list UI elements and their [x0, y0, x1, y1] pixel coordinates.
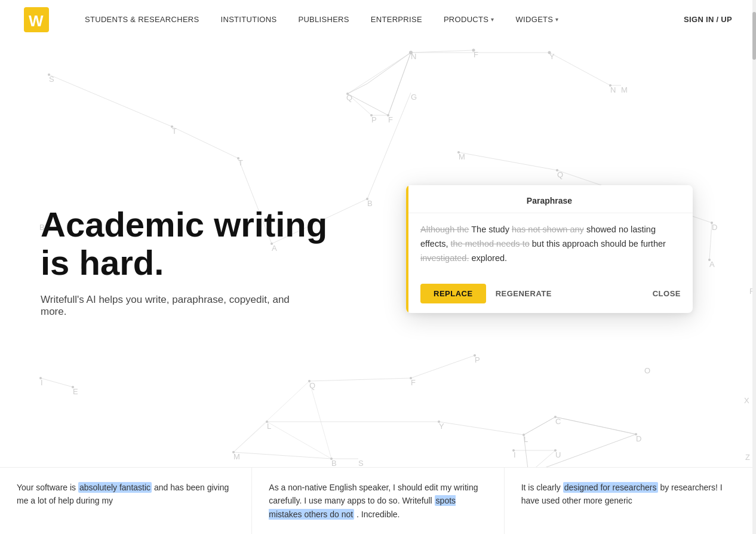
- card-title: Paraphrase: [418, 196, 681, 205]
- svg-line-15: [459, 152, 557, 170]
- bg-letter: S: [358, 459, 364, 468]
- hero-section: Academic writing is hard. Writefull's AI…: [41, 205, 351, 318]
- svg-point-52: [474, 354, 476, 357]
- original-text-struck-2: has not shown any: [512, 225, 584, 234]
- svg-text:W: W: [29, 12, 44, 30]
- bg-letter: F: [474, 50, 478, 59]
- svg-point-38: [609, 84, 611, 87]
- signin-link[interactable]: SIGN IN / UP: [684, 15, 732, 24]
- nav-item-students[interactable]: STUDENTS & RESEARCHERS: [85, 15, 199, 24]
- svg-point-57: [635, 433, 637, 435]
- nav-links: STUDENTS & RESEARCHERS INSTITUTIONS PUBL…: [85, 15, 684, 24]
- svg-point-48: [39, 377, 42, 379]
- svg-line-19: [309, 378, 411, 381]
- bg-letter: F: [388, 115, 393, 124]
- bg-letter: L: [267, 422, 271, 431]
- svg-point-59: [330, 458, 333, 460]
- close-button[interactable]: CLOSE: [653, 289, 681, 298]
- navigation: W STUDENTS & RESEARCHERS INSTITUTIONS PU…: [0, 0, 756, 39]
- nav-item-enterprise[interactable]: ENTERPRISE: [371, 15, 422, 24]
- bg-letter: E: [73, 387, 78, 396]
- svg-line-2: [411, 50, 474, 53]
- testimonial-2-text-after: . Incredible.: [354, 510, 399, 519]
- bg-letter: C: [555, 417, 561, 426]
- bg-letter: N: [610, 85, 616, 94]
- original-text-struck-4: investigated.: [420, 253, 469, 263]
- paraphrase-text-1: The study: [471, 225, 512, 234]
- writefull-logo[interactable]: W: [24, 7, 49, 32]
- testimonial-card-3: It is clearly designed for researchers b…: [505, 467, 756, 534]
- scrollbar[interactable]: [752, 0, 756, 534]
- svg-line-18: [41, 378, 73, 387]
- testimonial-1-highlight: absolutely fantastic: [78, 482, 152, 493]
- svg-point-34: [548, 51, 551, 54]
- testimonial-card-2: As a non-native English speaker, I shoul…: [252, 467, 504, 534]
- bg-letter: I: [514, 450, 516, 459]
- svg-line-5: [348, 94, 371, 115]
- nav-item-publishers[interactable]: PUBLISHERS: [298, 15, 349, 24]
- nav-item-products[interactable]: PRODUCTS ▾: [444, 15, 494, 24]
- regenerate-button[interactable]: REGENERATE: [496, 289, 552, 298]
- svg-marker-29: [348, 53, 411, 115]
- bg-letter: Q: [557, 170, 563, 179]
- svg-point-33: [472, 49, 475, 52]
- replace-button[interactable]: REPLACE: [420, 284, 486, 303]
- original-text-struck-1: Although the: [420, 225, 469, 234]
- bg-letter: B: [331, 459, 337, 468]
- testimonial-card-1: Your software is absolutely fantastic an…: [0, 467, 252, 534]
- svg-point-58: [232, 451, 235, 453]
- testimonial-3-text-before: It is clearly: [521, 483, 563, 492]
- bg-letter: M: [459, 152, 465, 161]
- bg-letter: F: [411, 378, 416, 387]
- svg-line-11: [172, 127, 238, 158]
- bg-letter: M: [621, 85, 628, 94]
- svg-line-7: [388, 53, 411, 115]
- bg-letter: T: [238, 158, 243, 167]
- svg-point-61: [512, 449, 515, 452]
- scrollbar-thumb[interactable]: [752, 12, 756, 60]
- svg-point-53: [266, 421, 268, 423]
- testimonial-3-highlight: designed for researchers: [563, 482, 658, 493]
- svg-point-35: [346, 93, 349, 95]
- paraphrase-text-4: explored.: [471, 253, 507, 263]
- svg-point-62: [554, 449, 557, 452]
- svg-point-56: [554, 416, 557, 418]
- bg-letter: Y: [549, 52, 555, 61]
- card-actions: REPLACE REGENERATE CLOSE: [406, 278, 693, 313]
- svg-marker-30: [524, 417, 636, 474]
- svg-point-32: [409, 51, 413, 54]
- svg-point-41: [237, 157, 239, 159]
- bg-letter: N: [411, 52, 416, 61]
- bg-letter: G: [411, 93, 417, 102]
- svg-point-50: [308, 380, 311, 382]
- svg-line-4: [348, 53, 411, 94]
- bg-letter: Y: [439, 422, 444, 431]
- svg-point-39: [48, 73, 50, 76]
- bg-letter: M: [233, 452, 240, 461]
- svg-point-49: [72, 386, 74, 388]
- bg-letter: T: [172, 127, 177, 136]
- svg-line-20: [411, 355, 475, 378]
- nav-item-widgets[interactable]: WIDGETS ▾: [516, 15, 559, 24]
- testimonials-section: Your software is absolutely fantastic an…: [0, 467, 756, 534]
- hero-title: Academic writing is hard.: [41, 205, 351, 282]
- svg-line-22: [439, 422, 524, 435]
- bg-letter: B: [367, 199, 373, 208]
- bg-letter: U: [555, 450, 561, 459]
- testimonial-1-text-before: Your software is: [17, 483, 78, 492]
- bg-letter: Z: [745, 453, 750, 462]
- nav-item-institutions[interactable]: INSTITUTIONS: [221, 15, 277, 24]
- svg-marker-31: [233, 381, 331, 459]
- svg-point-40: [171, 125, 173, 128]
- hero-subtitle: Writefull's AI helps you write, paraphra…: [41, 293, 315, 317]
- bg-letter: D: [636, 434, 641, 443]
- bg-letter: S: [49, 75, 54, 84]
- svg-point-51: [410, 377, 412, 379]
- bg-letter: D: [712, 223, 717, 232]
- svg-point-46: [711, 222, 713, 224]
- bg-letter: O: [644, 366, 650, 375]
- svg-point-47: [708, 259, 711, 261]
- svg-point-37: [387, 114, 389, 116]
- bg-letter: P: [371, 115, 377, 124]
- card-header: Paraphrase: [406, 185, 693, 213]
